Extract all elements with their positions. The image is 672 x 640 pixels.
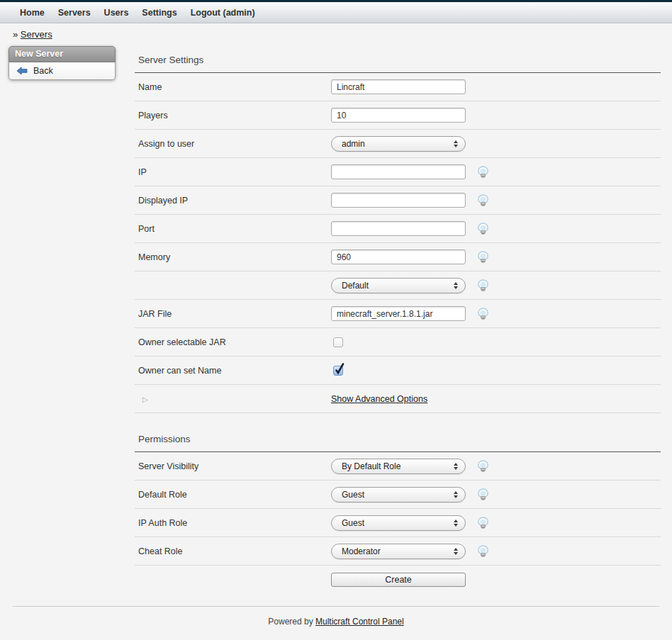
- select-stepper-icon: [454, 140, 458, 147]
- help-bulb-icon[interactable]: [477, 251, 489, 264]
- players-input[interactable]: [331, 108, 466, 123]
- form-row-server-visibility: Server Visibility By Default Role: [135, 452, 661, 481]
- port-input[interactable]: [331, 221, 466, 236]
- owner-selectable-jar-checkbox[interactable]: [333, 337, 343, 347]
- memory-mode-value: Default: [332, 281, 369, 291]
- form-row-default-role: Default Role Guest: [135, 481, 661, 509]
- server-visibility-value: By Default Role: [332, 461, 401, 471]
- owner-can-set-name-checkbox[interactable]: [333, 366, 343, 376]
- form-row-port: Port: [135, 215, 661, 243]
- create-button[interactable]: Create: [331, 573, 466, 587]
- select-stepper-icon: [454, 520, 458, 527]
- assign-user-value: admin: [332, 139, 365, 149]
- memory-input[interactable]: [331, 249, 466, 264]
- nav-home[interactable]: Home: [20, 8, 45, 18]
- cheat-role-value: Moderator: [332, 546, 381, 556]
- form-row-ip: IP: [135, 158, 661, 186]
- name-label: Name: [135, 82, 331, 92]
- port-label: Port: [135, 224, 331, 234]
- help-bulb-icon[interactable]: [477, 223, 489, 235]
- default-role-value: Guest: [332, 490, 364, 500]
- breadcrumb-servers-link[interactable]: Servers: [21, 29, 52, 40]
- nav-logout[interactable]: Logout (admin): [191, 8, 255, 18]
- jar-file-input[interactable]: [331, 306, 466, 321]
- assign-user-label: Assign to user: [135, 139, 331, 149]
- breadcrumb: » Servers: [13, 29, 52, 40]
- form-row-ip-auth-role: IP Auth Role Guest: [135, 509, 661, 537]
- players-label: Players: [135, 111, 331, 120]
- breadcrumb-symbol: »: [13, 29, 18, 40]
- select-stepper-icon: [454, 282, 458, 289]
- help-bulb-icon[interactable]: [477, 517, 489, 529]
- assign-user-select[interactable]: admin: [331, 136, 466, 152]
- sidebar-panel: New Server Back: [9, 46, 116, 80]
- select-stepper-icon: [454, 491, 458, 498]
- help-bulb-icon[interactable]: [477, 194, 489, 207]
- name-input[interactable]: [331, 79, 466, 94]
- help-bulb-icon[interactable]: [477, 460, 489, 473]
- memory-mode-select[interactable]: Default: [331, 278, 466, 293]
- form-row-displayed-ip: Displayed IP: [135, 186, 661, 215]
- default-role-select[interactable]: Guest: [331, 487, 466, 503]
- help-bulb-icon[interactable]: [477, 545, 489, 558]
- default-role-label: Default Role: [135, 490, 331, 500]
- show-advanced-options-link[interactable]: Show Advanced Options: [331, 394, 427, 404]
- form-row-memory: Memory: [135, 243, 661, 271]
- ip-auth-role-select[interactable]: Guest: [331, 515, 466, 531]
- form-row-memory-mode: Default: [135, 271, 661, 300]
- displayed-ip-label: Displayed IP: [135, 196, 331, 206]
- ip-auth-role-value: Guest: [332, 518, 364, 528]
- nav-users[interactable]: Users: [104, 8, 129, 18]
- checkmark-icon: [333, 361, 346, 376]
- section-title-server-settings: Server Settings: [135, 50, 661, 73]
- back-arrow-icon: [16, 67, 28, 75]
- back-label: Back: [33, 66, 53, 76]
- help-bulb-icon[interactable]: [477, 308, 489, 320]
- ip-label: IP: [135, 167, 331, 177]
- help-bulb-icon[interactable]: [477, 279, 489, 292]
- footer: Powered by Multicraft Control Panel: [13, 606, 659, 627]
- ip-auth-role-label: IP Auth Role: [135, 518, 331, 528]
- server-visibility-select[interactable]: By Default Role: [331, 459, 466, 474]
- form-row-players: Players: [135, 101, 661, 130]
- footer-multicraft-link[interactable]: Multicraft Control Panel: [315, 617, 404, 627]
- select-stepper-icon: [454, 463, 458, 470]
- form-row-cheat-role: Cheat Role Moderator: [135, 537, 661, 566]
- main-content: Server Settings Name Players Assign to u…: [135, 50, 661, 594]
- advanced-disclosure-triangle-icon[interactable]: ▷: [142, 395, 148, 403]
- form-row-name: Name: [135, 73, 661, 101]
- form-row-jar-file: JAR File: [135, 300, 661, 328]
- nav-servers[interactable]: Servers: [58, 8, 91, 18]
- ip-input[interactable]: [331, 164, 466, 179]
- help-bulb-icon[interactable]: [477, 166, 489, 179]
- footer-text: Powered by: [268, 617, 315, 627]
- server-visibility-label: Server Visibility: [135, 461, 331, 471]
- displayed-ip-input[interactable]: [331, 193, 466, 208]
- owner-can-set-name-label: Owner can set Name: [135, 366, 331, 376]
- help-bulb-icon[interactable]: [477, 488, 489, 501]
- form-row-advanced-options: ▷ Show Advanced Options: [135, 385, 661, 413]
- cheat-role-label: Cheat Role: [135, 546, 331, 556]
- select-stepper-icon: [454, 548, 458, 555]
- form-row-assign-user: Assign to user admin: [135, 130, 661, 158]
- form-row-owner-selectable-jar: Owner selectable JAR: [135, 328, 661, 357]
- memory-label: Memory: [135, 252, 331, 262]
- form-row-owner-can-set-name: Owner can set Name: [135, 357, 661, 385]
- section-title-permissions: Permissions: [135, 429, 661, 452]
- nav-settings[interactable]: Settings: [142, 8, 177, 18]
- sidebar-back-item[interactable]: Back: [9, 62, 116, 80]
- owner-selectable-jar-label: Owner selectable JAR: [135, 337, 331, 347]
- main-navbar: Home Servers Users Settings Logout (admi…: [0, 2, 672, 23]
- cheat-role-select[interactable]: Moderator: [331, 544, 466, 559]
- sidebar-title: New Server: [9, 46, 116, 62]
- create-row: Create: [135, 566, 661, 594]
- jar-file-label: JAR File: [135, 309, 331, 319]
